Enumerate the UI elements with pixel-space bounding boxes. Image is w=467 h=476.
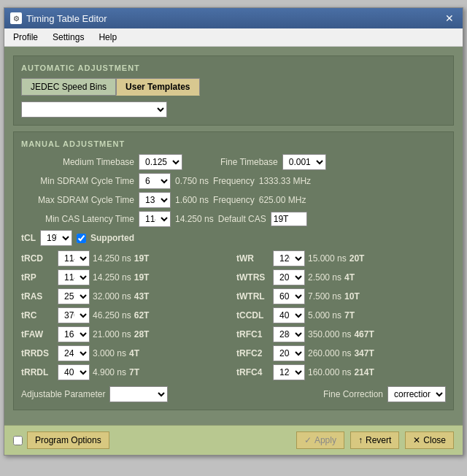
timing-select-left-3[interactable]: 370 <box>58 307 90 323</box>
timing-select-left-1[interactable]: 114 <box>58 269 90 285</box>
manual-adjustment-title: MANUAL ADJUSTMENT <box>21 139 446 148</box>
timing-label-left-1: tRP <box>21 272 55 283</box>
timing-ns-right-4: 350.000 ns <box>308 329 351 339</box>
timing-left-row: tRP 114 14.250 ns 19T <box>21 269 231 285</box>
timing-t-left-4: 28T <box>134 329 150 339</box>
max-sdram-ns: 1.600 ns <box>175 195 209 205</box>
timing-select-left-0[interactable]: 114 <box>58 250 90 266</box>
min-sdram-row: Min SDRAM Cycle Time 6 0.750 ns Frequenc… <box>21 173 446 189</box>
timing-right-row: tRFC1 2800 350.000 ns 467T <box>236 326 446 342</box>
menu-settings[interactable]: Settings <box>50 31 87 44</box>
revert-icon: ↑ <box>358 435 363 445</box>
timing-right-row: tWR 120 15.000 ns 20T <box>236 250 446 266</box>
menu-profile[interactable]: Profile <box>10 31 41 44</box>
adjustable-param-select[interactable] <box>109 386 168 402</box>
timing-right-row: tWTRS 20 2.500 ns 4T <box>236 269 446 285</box>
default-cas-label: Default CAS <box>218 214 266 224</box>
timing-label-left-0: tRCD <box>21 253 55 264</box>
close-x-icon: ✕ <box>413 435 420 445</box>
min-sdram-select[interactable]: 6 <box>139 173 171 189</box>
timing-ns-right-6: 160.000 ns <box>308 367 351 377</box>
timing-t-left-0: 19T <box>134 253 150 264</box>
timing-select-right-3[interactable]: 40 <box>273 307 305 323</box>
timing-ns-left-1: 14.250 ns <box>93 272 131 283</box>
close-button[interactable]: ✕ Close <box>405 431 454 449</box>
timing-t-right-6: 214T <box>354 367 374 377</box>
max-sdram-row: Max SDRAM Cycle Time 13 1.600 ns Frequen… <box>21 192 446 208</box>
timing-t-right-1: 4T <box>344 272 355 283</box>
timing-ns-left-4: 21.000 ns <box>93 329 131 339</box>
timing-select-left-4[interactable]: 168 <box>58 326 90 342</box>
title-bar: ⚙ Timing Table Editor ✕ <box>4 8 463 28</box>
freq1-value: 1333.33 MHz <box>259 176 311 186</box>
timing-select-right-4[interactable]: 2800 <box>273 326 305 342</box>
manual-adjustment-section: MANUAL ADJUSTMENT Medium Timebase 0.125 … <box>13 131 454 410</box>
footer: Program Options ✓ Apply ↑ Revert ✕ Close <box>4 425 463 455</box>
default-cas-input[interactable] <box>271 212 307 226</box>
timing-select-right-2[interactable]: 60 <box>273 288 305 304</box>
fine-correction-select[interactable]: correction <box>387 386 446 402</box>
program-options-checkbox[interactable] <box>13 436 23 445</box>
tab-user-templates[interactable]: User Templates <box>116 78 199 96</box>
timing-select-right-5[interactable]: 2080 <box>273 345 305 361</box>
timing-left-row: tFAW 168 21.000 ns 28T <box>21 326 231 342</box>
max-sdram-label: Max SDRAM Cycle Time <box>21 195 134 205</box>
timing-select-right-6[interactable]: 1280 <box>273 364 305 380</box>
timing-label-right-0: tWR <box>236 253 270 264</box>
menu-help[interactable]: Help <box>96 31 120 44</box>
apply-button[interactable]: ✓ Apply <box>296 431 344 449</box>
max-sdram-select[interactable]: 13 <box>139 192 171 208</box>
apply-icon: ✓ <box>304 435 312 445</box>
main-window: ⚙ Timing Table Editor ✕ Profile Settings… <box>4 7 463 456</box>
fine-timebase-label: Fine Timebase <box>220 157 278 167</box>
tcl-label: tCL <box>21 233 36 243</box>
timing-select-left-5[interactable]: 24 <box>58 345 90 361</box>
supported-checkbox[interactable] <box>77 234 86 243</box>
tab-jedec[interactable]: JEDEC Speed Bins <box>21 78 116 96</box>
tcl-row: tCL 19T Supported <box>21 230 446 246</box>
frequency-label-2: Frequency <box>213 195 255 205</box>
timing-t-right-2: 10T <box>344 291 360 302</box>
window-title: Timing Table Editor <box>26 13 107 24</box>
timing-label-left-5: tRRDS <box>21 348 55 358</box>
program-options-button[interactable]: Program Options <box>27 431 109 449</box>
timing-left-row: tRAS 256 32.000 ns 43T <box>21 288 231 304</box>
user-templates-select[interactable] <box>21 101 167 118</box>
timing-label-left-3: tRC <box>21 310 55 320</box>
user-templates-dropdown-row <box>21 101 446 118</box>
tcl-select[interactable]: 19T <box>40 230 72 246</box>
timing-left-row: tRCD 114 14.250 ns 19T <box>21 250 231 266</box>
min-cas-select[interactable]: 114 <box>139 211 171 227</box>
timing-ns-right-1: 2.500 ns <box>308 272 341 283</box>
timing-left-col: tRCD 114 14.250 ns 19T tRP 114 14.250 ns… <box>21 250 231 383</box>
frequency-label-1: Frequency <box>213 176 255 186</box>
timing-left-row: tRC 370 46.250 ns 62T <box>21 307 231 323</box>
timing-ns-left-3: 46.250 ns <box>93 310 131 320</box>
min-cas-row: Min CAS Latency Time 114 14.250 ns Defau… <box>21 211 446 227</box>
timing-select-right-1[interactable]: 20 <box>273 269 305 285</box>
timing-right-row: tRFC4 1280 160.000 ns 214T <box>236 364 446 380</box>
automatic-adjustment-title: AUTOMATIC ADJUSTMENT <box>21 64 446 72</box>
timing-select-right-0[interactable]: 120 <box>273 250 305 266</box>
window-close-button[interactable]: ✕ <box>442 12 457 24</box>
timing-label-left-4: tFAW <box>21 329 55 339</box>
revert-label: Revert <box>366 435 391 445</box>
timing-right-row: tWTRL 60 7.500 ns 10T <box>236 288 446 304</box>
content-area: AUTOMATIC ADJUSTMENT JEDEC Speed Bins Us… <box>4 47 463 425</box>
timing-right-row: tCCDL 40 5.000 ns 7T <box>236 307 446 323</box>
timing-ns-right-3: 5.000 ns <box>308 310 341 320</box>
footer-left: Program Options <box>13 431 109 449</box>
fine-timebase-select[interactable]: 0.001 ns <box>282 154 326 170</box>
close-label: Close <box>423 435 446 445</box>
revert-button[interactable]: ↑ Revert <box>350 431 399 449</box>
timing-select-left-2[interactable]: 256 <box>58 288 90 304</box>
timing-select-left-6[interactable]: 40 <box>58 364 90 380</box>
timing-left-row: tRRDL 40 4.900 ns 7T <box>21 364 231 380</box>
timing-right-row: tRFC2 2080 260.000 ns 347T <box>236 345 446 361</box>
timing-label-left-6: tRRDL <box>21 367 55 377</box>
timing-t-left-3: 62T <box>134 310 150 320</box>
timing-t-right-3: 7T <box>344 310 355 320</box>
timing-ns-right-0: 15.000 ns <box>308 253 347 264</box>
medium-timebase-select[interactable]: 0.125 ns <box>139 154 182 170</box>
timing-ns-left-6: 4.900 ns <box>93 367 126 377</box>
